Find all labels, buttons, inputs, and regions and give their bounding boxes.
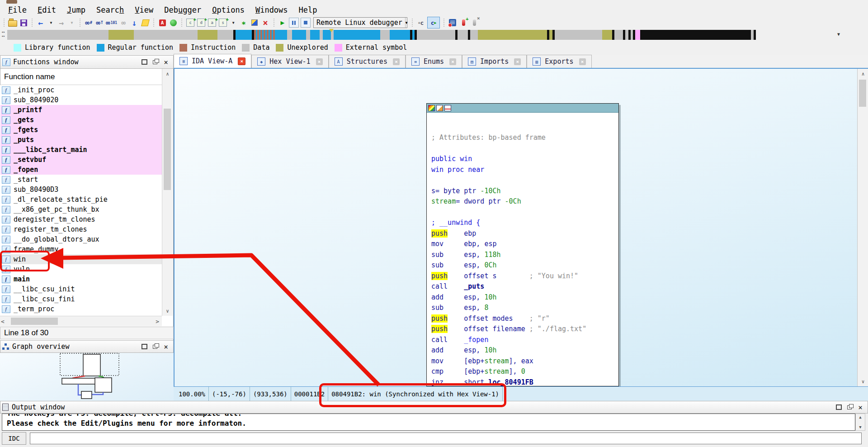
maximize-button[interactable] <box>140 342 149 351</box>
tab-close-icon[interactable]: × <box>316 58 323 65</box>
create-name-button[interactable]: a+ <box>208 18 217 28</box>
run-until-return-button[interactable]: ✱c <box>416 18 425 28</box>
float-button[interactable] <box>151 58 160 66</box>
maximize-button[interactable] <box>834 403 843 411</box>
back-history-dropdown[interactable]: ▼ <box>47 18 56 28</box>
function-row-dlrelocatestaticpie[interactable]: ƒ_dl_relocate_static_pie <box>0 195 162 204</box>
tab-close-icon[interactable]: × <box>238 57 245 65</box>
function-row-libccsufini[interactable]: ƒ__libc_csu_fini <box>0 294 162 304</box>
idc-button[interactable]: IDC <box>2 432 26 445</box>
node-color-icon[interactable] <box>428 105 435 111</box>
float-button[interactable] <box>845 403 854 411</box>
ida-view-canvas[interactable]: ; Attributes: bp-based frame public winw… <box>174 69 857 386</box>
function-row-setvbuf[interactable]: ƒ_setvbuf <box>0 155 162 165</box>
navigate-back-button[interactable]: ← <box>36 18 45 28</box>
scroll-right-icon[interactable]: > <box>156 316 159 326</box>
pause-process-button[interactable] <box>289 18 299 28</box>
save-file-button[interactable] <box>19 18 28 28</box>
menu-file[interactable]: File <box>3 5 32 15</box>
tab-hex-view-1[interactable]: ◈Hex View-1× <box>251 55 328 68</box>
close-button[interactable]: × <box>161 342 170 351</box>
tab-ida-view-a[interactable]: ≣IDA View-A× <box>174 54 251 68</box>
function-row-fgets[interactable]: ƒ_fgets <box>0 125 162 135</box>
search-binary-button[interactable]: ∞101 <box>106 18 117 28</box>
menu-windows[interactable]: Windows <box>250 5 293 15</box>
node-edit-icon[interactable] <box>436 105 443 111</box>
scroll-down-icon[interactable]: ▼ <box>859 425 861 429</box>
function-row-sub8049020[interactable]: ƒsub_8049020 <box>0 95 162 105</box>
tab-close-icon[interactable]: × <box>579 58 586 65</box>
stop-process-button[interactable] <box>301 18 311 28</box>
scroll-thumb[interactable] <box>164 109 171 190</box>
functions-window-titlebar[interactable]: ƒ Functions window × <box>0 55 174 69</box>
scroll-thumb[interactable] <box>11 318 58 325</box>
scroll-down-icon[interactable]: ∨ <box>162 306 173 316</box>
graph-overview-titlebar[interactable]: Graph overview × <box>0 340 174 353</box>
create-data-button[interactable]: d+ <box>197 18 206 28</box>
function-row-sub80490D3[interactable]: ƒsub_80490D3 <box>0 185 162 195</box>
create-segment-button[interactable]: s+ <box>218 18 227 28</box>
scroll-left-icon[interactable]: < <box>1 316 5 326</box>
search-again-button[interactable]: ∞ <box>119 18 128 28</box>
jump-address-button[interactable]: ↓ <box>130 18 139 28</box>
debugger-select[interactable]: Remote Linux debugger ▼ <box>313 17 407 28</box>
scroll-down-icon[interactable]: ∨ <box>858 376 868 386</box>
graph-node-titlebar[interactable] <box>427 104 618 113</box>
tab-close-icon[interactable]: × <box>514 58 521 65</box>
function-row-deregistertmclones[interactable]: ƒderegister_tm_clones <box>0 214 162 224</box>
forward-history-dropdown[interactable]: ▼ <box>67 18 76 28</box>
menu-edit[interactable]: Edit <box>32 5 61 15</box>
open-file-button[interactable] <box>8 18 17 28</box>
float-button[interactable] <box>151 342 160 351</box>
function-row-puts[interactable]: ƒ_puts <box>0 135 162 145</box>
search-text-button[interactable]: ∞T <box>95 18 104 28</box>
menu-help[interactable]: Help <box>293 5 323 15</box>
graph-overview-canvas[interactable] <box>0 353 174 401</box>
tab-exports[interactable]: ▥Exports× <box>527 55 591 68</box>
problems-button[interactable]: A <box>158 18 167 28</box>
function-row-main[interactable]: ƒmain <box>0 274 162 284</box>
function-row-doglobaldtorsaux[interactable]: ƒ__do_global_dtors_aux <box>0 234 162 244</box>
delete-breakpoint-button[interactable]: × <box>470 18 479 28</box>
function-row-libccsuinit[interactable]: ƒ__libc_csu_init <box>0 284 162 294</box>
scroll-up-icon[interactable]: ∧ <box>162 69 173 79</box>
add-breakpoint-button[interactable]: + <box>459 18 468 28</box>
function-row-printf[interactable]: ƒ_printf <box>0 105 162 115</box>
menu-debugger[interactable]: Debugger <box>159 5 207 15</box>
main-view-scrollbar[interactable]: ∧ ∨ <box>857 69 868 386</box>
function-name-column-header[interactable]: Function name <box>0 69 162 85</box>
tab-imports[interactable]: ▤Imports× <box>462 55 527 68</box>
close-button[interactable]: × <box>161 58 170 66</box>
scroll-up-icon[interactable]: ▲ <box>859 415 861 419</box>
navigation-band[interactable] <box>7 30 756 40</box>
graph-node-win[interactable]: ; Attributes: bp-based frame public winw… <box>426 103 619 386</box>
toolbar-overflow-chevron[interactable]: ▼ <box>837 32 840 37</box>
function-row-fopen[interactable]: ƒ_fopen <box>0 165 162 175</box>
menu-options[interactable]: Options <box>207 5 250 15</box>
maximize-button[interactable] <box>140 58 149 66</box>
edit-button[interactable] <box>250 18 259 28</box>
highlight-toggle-button[interactable] <box>141 18 150 28</box>
search-immediate-button[interactable]: ∞# <box>84 18 93 28</box>
breakpoint-list-button[interactable] <box>448 18 457 28</box>
tab-structures[interactable]: AStructures× <box>329 55 406 68</box>
output-scrollbar[interactable]: ▲ ▼ <box>855 414 865 431</box>
close-button[interactable]: × <box>856 403 865 411</box>
create-code-button[interactable]: c+ <box>186 18 195 28</box>
function-row-registertmclones[interactable]: ƒregister_tm_clones <box>0 224 162 234</box>
create-struct-button[interactable]: ∗ <box>239 18 248 28</box>
function-list-hscrollbar[interactable]: < > <box>0 316 162 326</box>
function-row-libcstartmain[interactable]: ƒ___libc_start_main <box>0 145 162 155</box>
function-row-x86getpcthunkbx[interactable]: ƒ__x86_get_pc_thunk_bx <box>0 204 162 214</box>
node-group-icon[interactable] <box>444 105 451 111</box>
create-more-dropdown[interactable]: ▼ <box>229 18 238 28</box>
idc-input[interactable] <box>30 433 862 444</box>
tab-close-icon[interactable]: × <box>393 58 400 65</box>
menu-jump[interactable]: Jump <box>61 5 91 15</box>
function-row-start[interactable]: ƒ_start <box>0 175 162 185</box>
function-list-scrollbar[interactable]: ∧ ∨ <box>162 69 173 316</box>
menu-view[interactable]: View <box>129 5 159 15</box>
tab-close-icon[interactable]: × <box>449 58 456 65</box>
function-row-initproc[interactable]: ƒ_init_proc <box>0 85 162 95</box>
scroll-thumb[interactable] <box>859 80 866 107</box>
